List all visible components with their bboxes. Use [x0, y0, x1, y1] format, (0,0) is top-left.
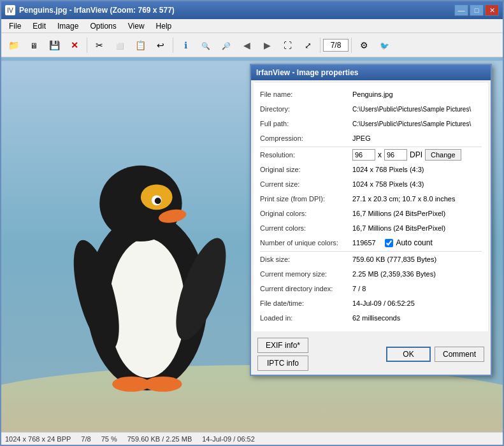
value-current-colors: 16,7 Millions (24 BitsPerPixel)	[352, 224, 482, 232]
image-properties-dialog: IrfanView - Image properties File name: …	[250, 64, 492, 376]
prop-row-unique-colors: Number of unique colors: 119657 Auto cou…	[260, 236, 482, 249]
label-datetime: File date/time:	[260, 299, 352, 307]
label-fullpath: Full path:	[260, 120, 352, 127]
dialog-footer: EXIF info* IPTC info OK Comment	[251, 334, 491, 375]
prop-row-disk-size: Disk size: 759.60 KB (777,835 Bytes)	[260, 253, 482, 266]
delete-icon	[71, 40, 78, 50]
prop-row-directory: Directory: C:\Users\Public\Pictures\Samp…	[260, 103, 482, 115]
toolbar: 7/8	[1, 33, 503, 57]
prop-row-current-colors: Current colors: 16,7 Millions (24 BitsPe…	[260, 222, 482, 234]
label-disk-size: Disk size:	[260, 255, 352, 263]
footer-right-buttons: OK Comment	[386, 347, 484, 362]
red-button[interactable]	[375, 36, 394, 54]
prop-row-datetime: File date/time: 14-Jul-09 / 06:52:25	[260, 297, 482, 310]
label-print-size: Print size (from DPI):	[260, 195, 352, 203]
save-button[interactable]	[45, 36, 64, 54]
status-filesize: 759.60 KB / 2.25 MB	[127, 435, 192, 443]
monitor-icon	[30, 40, 38, 50]
close-button[interactable]: ✕	[485, 4, 499, 16]
ok-button[interactable]: OK	[386, 347, 431, 362]
undo-icon	[157, 40, 164, 50]
value-unique-colors: 119657	[352, 239, 376, 247]
copy-icon	[116, 40, 124, 50]
resolution-y-input[interactable]	[384, 149, 407, 161]
auto-count-checkbox[interactable]	[385, 239, 393, 247]
prop-row-print-size: Print size (from DPI): 27.1 x 20.3 cm; 1…	[260, 192, 482, 205]
open-button[interactable]	[4, 36, 23, 54]
save-icon	[49, 40, 60, 50]
back-button[interactable]	[237, 36, 256, 54]
menu-file[interactable]: File	[4, 20, 26, 32]
cut-icon	[96, 40, 103, 50]
maximize-button[interactable]: □	[470, 4, 484, 16]
menu-image[interactable]: Image	[52, 20, 83, 32]
tools-button[interactable]	[354, 36, 373, 54]
prop-row-memory-size: Current memory size: 2.25 MB (2,359,336 …	[260, 268, 482, 280]
value-print-size: 27.1 x 20.3 cm; 10.7 x 8.0 inches	[352, 195, 482, 203]
value-datetime: 14-Jul-09 / 06:52:25	[352, 299, 482, 307]
zoom-out-button[interactable]	[217, 36, 236, 54]
resolution-controls: x DPI Change	[352, 149, 461, 161]
status-index: 7/8	[81, 435, 90, 443]
minimize-button[interactable]: —	[454, 4, 468, 16]
comment-button[interactable]: Comment	[435, 347, 484, 362]
label-original-size: Original size:	[260, 166, 352, 173]
undo-button[interactable]	[151, 36, 170, 54]
info-button[interactable]	[176, 36, 195, 54]
prop-row-dir-index: Current directory index: 7 / 8	[260, 282, 482, 295]
separator-1	[260, 147, 482, 147]
svg-point-12	[144, 377, 182, 392]
cut-button[interactable]	[90, 36, 109, 54]
dialog-title: IrfanView - Image properties	[251, 65, 491, 80]
label-dir-index: Current directory index:	[260, 285, 352, 292]
label-original-colors: Original colors:	[260, 210, 352, 217]
value-disk-size: 759.60 KB (777,835 Bytes)	[352, 255, 482, 263]
value-current-size: 1024 x 758 Pixels (4:3)	[352, 180, 482, 188]
fit-icon	[284, 40, 292, 50]
footer-left-buttons: EXIF info* IPTC info	[257, 338, 308, 371]
label-unique-colors: Number of unique colors:	[260, 239, 352, 247]
delete-button[interactable]	[65, 36, 84, 54]
zoom-in-button[interactable]	[196, 36, 215, 54]
image-counter: 7/8	[323, 39, 349, 52]
prop-row-compression: Compression: JPEG	[260, 132, 482, 145]
exif-info-button[interactable]: EXIF info*	[257, 338, 308, 353]
prop-row-fullpath: Full path: C:\Users\Public\Pictures\Samp…	[260, 117, 482, 130]
stretch-button[interactable]	[298, 36, 317, 54]
zoom-out-icon	[222, 40, 231, 50]
unique-colors-controls: 119657 Auto count	[352, 238, 433, 247]
fit-button[interactable]	[278, 36, 297, 54]
toolbar-separator-4	[351, 38, 352, 53]
prop-row-original-size: Original size: 1024 x 768 Pixels (4:3)	[260, 163, 482, 176]
forward-icon	[264, 40, 271, 50]
iptc-info-button[interactable]: IPTC info	[257, 356, 308, 371]
menu-view[interactable]: View	[123, 20, 150, 32]
value-compression: JPEG	[352, 134, 482, 142]
menu-help[interactable]: Help	[151, 20, 177, 32]
value-filename: Penguins.jpg	[352, 90, 482, 98]
status-dimensions: 1024 x 768 x 24 BPP	[5, 435, 71, 443]
value-dir-index: 7 / 8	[352, 285, 482, 292]
label-loaded-in: Loaded in:	[260, 314, 352, 322]
label-current-colors: Current colors:	[260, 224, 352, 232]
auto-count-label: Auto count	[396, 238, 432, 247]
status-zoom: 75 %	[101, 435, 117, 443]
status-datetime: 14-Jul-09 / 06:52	[202, 435, 255, 443]
menu-edit[interactable]: Edit	[27, 20, 51, 32]
copy-button[interactable]	[110, 36, 129, 54]
zoom-in-icon	[201, 40, 210, 50]
resolution-x-input[interactable]	[352, 149, 375, 161]
view-button[interactable]	[24, 36, 43, 54]
prop-row-filename: File name: Penguins.jpg	[260, 88, 482, 101]
forward-button[interactable]	[257, 36, 277, 54]
folder-icon	[8, 40, 19, 50]
prop-row-current-size: Current size: 1024 x 758 Pixels (4:3)	[260, 178, 482, 191]
title-bar: IV Penguins.jpg - IrfanView (Zoom: 769 x…	[1, 1, 503, 19]
menu-options[interactable]: Options	[85, 20, 121, 32]
app-icon: IV	[5, 5, 15, 15]
paste-button[interactable]	[131, 36, 150, 54]
label-memory-size: Current memory size:	[260, 270, 352, 278]
dialog-body: File name: Penguins.jpg Directory: C:\Us…	[254, 83, 488, 331]
label-compression: Compression:	[260, 134, 352, 142]
change-resolution-button[interactable]: Change	[425, 149, 461, 161]
